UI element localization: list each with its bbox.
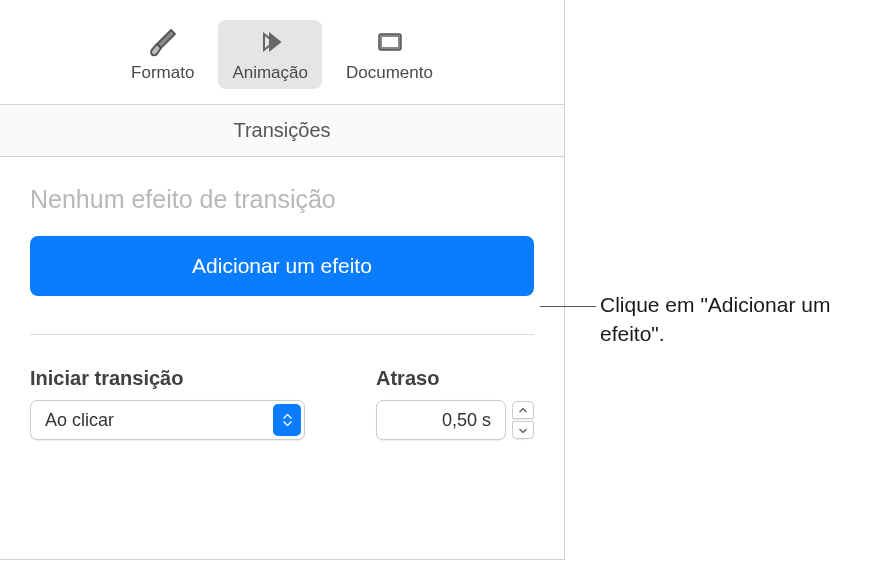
section-header-transitions: Transições xyxy=(0,105,564,157)
start-transition-label: Iniciar transição xyxy=(30,367,344,390)
animation-tab-label: Animação xyxy=(232,63,308,83)
inspector-toolbar: Formato Animação Documento xyxy=(0,0,564,105)
animation-tab[interactable]: Animação xyxy=(218,20,322,89)
document-tab[interactable]: Documento xyxy=(334,20,445,89)
select-arrows-icon xyxy=(273,404,301,436)
inspector-panel: Formato Animação Documento Transições xyxy=(0,0,565,560)
content-area: Nenhum efeito de transição Adicionar um … xyxy=(0,157,564,468)
start-transition-value: Ao clicar xyxy=(45,410,114,431)
start-transition-select[interactable]: Ao clicar xyxy=(30,400,305,440)
start-transition-group: Iniciar transição Ao clicar xyxy=(30,367,344,440)
delay-group: Atraso xyxy=(376,367,534,440)
stepper-up-button[interactable] xyxy=(512,401,534,419)
chevron-up-icon xyxy=(519,408,527,413)
paintbrush-icon xyxy=(143,26,183,58)
delay-stepper xyxy=(512,401,534,439)
no-effect-label: Nenhum efeito de transição xyxy=(30,185,534,214)
controls-row: Iniciar transição Ao clicar Atraso xyxy=(30,367,534,440)
format-tab-label: Formato xyxy=(131,63,194,83)
document-icon xyxy=(369,26,409,58)
format-tab[interactable]: Formato xyxy=(119,20,206,89)
animation-icon xyxy=(250,26,290,58)
delay-label: Atraso xyxy=(376,367,534,390)
divider xyxy=(30,334,534,335)
callout-line xyxy=(540,306,596,307)
stepper-down-button[interactable] xyxy=(512,421,534,439)
svg-rect-1 xyxy=(382,37,398,47)
callout-text: Clique em "Adicionar um efeito". xyxy=(600,290,860,349)
delay-input[interactable] xyxy=(376,400,506,440)
add-effect-button[interactable]: Adicionar um efeito xyxy=(30,236,534,296)
chevron-down-icon xyxy=(519,428,527,433)
document-tab-label: Documento xyxy=(346,63,433,83)
